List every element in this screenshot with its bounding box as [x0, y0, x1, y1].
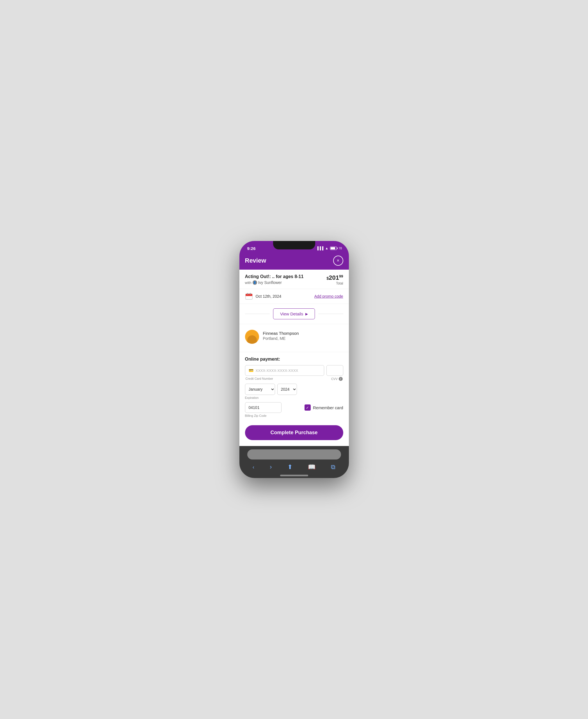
instructor-row: with 👤 Ivy Sunflower — [245, 280, 304, 285]
avatar — [245, 330, 259, 344]
user-info: Finneas Thompson Portland, ME — [263, 330, 299, 341]
expiry-row: January February March April May June Ju… — [245, 384, 343, 395]
promo-link[interactable]: Add promo code — [314, 294, 343, 299]
year-select[interactable]: 2024 2025 2026 2027 2028 — [277, 384, 297, 395]
view-details-label: View Details — [280, 312, 303, 316]
card-row: 💳 XXXX-XXXX-XXXX-XXXX — [245, 365, 343, 376]
expiry-label: Expiration — [245, 396, 343, 399]
page-title: Review — [245, 257, 266, 264]
price-display: $20199 — [327, 274, 343, 281]
status-time: 9:26 — [247, 246, 256, 251]
remember-group: ✓ Remember card — [304, 404, 343, 411]
battery-pct: 78 — [338, 246, 342, 250]
phone-screen: 9:26 ▐▐▐ ▲ 78 Review × Acting Out!: .. f… — [239, 241, 349, 478]
card-number-field[interactable]: 💳 XXXX-XXXX-XXXX-XXXX — [245, 365, 324, 376]
view-details-button[interactable]: View Details ▶ — [273, 308, 315, 319]
view-details-section: View Details ▶ — [239, 304, 349, 324]
bookmarks-button[interactable]: 📖 — [308, 463, 315, 471]
price-block: $20199 Total — [327, 274, 343, 285]
month-select[interactable]: January February March April May June Ju… — [245, 384, 275, 395]
svg-rect-2 — [246, 295, 252, 296]
card-icon: 💳 — [249, 368, 253, 373]
event-title: Acting Out!: .. for ages 8-11 — [245, 274, 304, 279]
share-button[interactable]: ⬆ — [288, 463, 292, 471]
view-details-arrow: ▶ — [306, 312, 308, 316]
user-name: Finneas Thompson — [263, 331, 299, 336]
bottom-bar: ‹ › ⬆ 📖 ⧉ — [239, 446, 349, 478]
home-indicator — [280, 475, 308, 476]
cvv-info-icon[interactable]: i — [339, 377, 343, 381]
back-button[interactable]: ‹ — [253, 464, 254, 470]
event-row: Acting Out!: .. for ages 8-11 with 👤 Ivy… — [245, 274, 343, 285]
instructor-icon: 👤 — [253, 280, 257, 285]
cvv-label-group: CVV i — [331, 377, 343, 381]
instructor-prefix: with — [245, 281, 251, 285]
cvv-input[interactable] — [327, 365, 343, 376]
header: Review × — [239, 253, 349, 269]
content-area: Acting Out!: .. for ages 8-11 with 👤 Ivy… — [239, 269, 349, 446]
date-left: Oct 12th, 2024 — [245, 292, 281, 300]
tabs-button[interactable]: ⧉ — [331, 463, 335, 471]
price-cents: 99 — [339, 274, 343, 278]
avatar-shape — [247, 335, 257, 344]
user-location: Portland, ME — [263, 336, 299, 341]
complete-purchase-button[interactable]: Complete Purchase — [245, 425, 343, 440]
event-info: Acting Out!: .. for ages 8-11 with 👤 Ivy… — [245, 274, 304, 285]
cvv-label: CVV — [331, 377, 338, 381]
forward-button[interactable]: › — [270, 463, 272, 471]
remember-checkbox[interactable]: ✓ — [304, 404, 311, 411]
battery-icon — [330, 246, 337, 250]
calendar-icon — [245, 292, 253, 300]
payment-title: Online payment: — [245, 357, 343, 362]
remember-label: Remember card — [313, 405, 343, 410]
card-number-placeholder: XXXX-XXXX-XXXX-XXXX — [256, 368, 298, 373]
phone-frame: 9:26 ▐▐▐ ▲ 78 Review × Acting Out!: .. f… — [239, 241, 349, 478]
signal-icon: ▐▐▐ — [316, 246, 323, 250]
wifi-icon: ▲ — [325, 246, 329, 250]
payment-section: Online payment: 💳 XXXX-XXXX-XXXX-XXXX Cr… — [239, 352, 349, 446]
price-main: 201 — [329, 274, 339, 281]
instructor-name: Ivy Sunflower — [258, 280, 282, 285]
card-input-labels: Credit Card Number CVV i — [245, 377, 343, 381]
nav-bar: ‹ › ⬆ 📖 ⧉ — [245, 462, 343, 473]
event-section: Acting Out!: .. for ages 8-11 with 👤 Ivy… — [239, 269, 349, 289]
notch — [273, 241, 315, 249]
status-icons: ▐▐▐ ▲ 78 — [316, 246, 342, 250]
date-text: Oct 12th, 2024 — [256, 294, 281, 299]
zip-label: Billing Zip Code — [245, 414, 343, 417]
date-row: Oct 12th, 2024 Add promo code — [239, 289, 349, 304]
price-label: Total — [327, 281, 343, 285]
zip-remember-row: ✓ Remember card — [245, 402, 343, 413]
divider-right — [318, 314, 343, 314]
zip-input[interactable] — [245, 402, 281, 413]
svg-rect-4 — [250, 293, 251, 295]
card-number-label: Credit Card Number — [246, 377, 273, 381]
divider-left — [245, 314, 270, 314]
svg-rect-3 — [247, 293, 248, 295]
close-button[interactable]: × — [333, 256, 343, 266]
user-section: Finneas Thompson Portland, ME — [239, 324, 349, 352]
